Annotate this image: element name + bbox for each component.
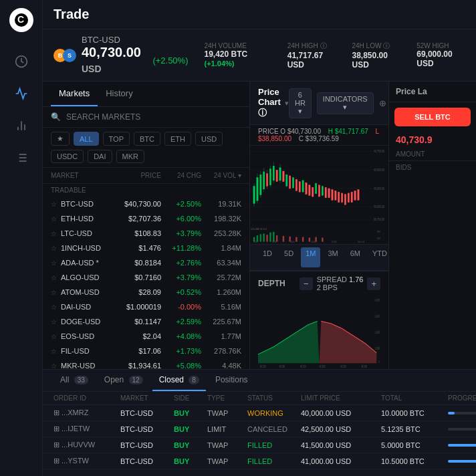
time-5d[interactable]: 5D (279, 247, 298, 267)
market-row[interactable]: ☆ MKR-USD $1,934.61 +5.08% 4.48K (43, 358, 249, 369)
timeframe-btn[interactable]: 6 HR ▾ (289, 88, 312, 118)
sidebar-icon-chart[interactable] (8, 80, 35, 107)
market-row[interactable]: ☆ EOS-USD $2.04 +4.08% 1.77M (43, 329, 249, 344)
filter-top-btn[interactable]: TOP (103, 132, 130, 146)
table-row[interactable]: ⊞ ...HUVVW BTC-USD BUY TWAP FILLED 41,50… (43, 437, 476, 453)
market-row[interactable]: ☆ DOGE-USD $0.1147 +2.59% 225.67M (43, 314, 249, 329)
spread-info: SPREAD 1.762 BPS (317, 275, 364, 291)
ticker-symbol: B S BTC-USD 40,730.00 USD (+2.50%) (53, 35, 189, 76)
depth-plus-btn[interactable]: + (367, 277, 380, 290)
sidebar-icon-list[interactable] (8, 144, 35, 171)
svg-rect-58 (312, 187, 314, 197)
time-ytd[interactable]: YTD (368, 247, 389, 267)
filter-usdc-btn[interactable]: USDC (51, 150, 84, 163)
market-row[interactable]: ☆ BTC-USD $40,730.00 +2.50% 19.31K (43, 197, 249, 211)
svg-text:12:00: 12:00 (332, 241, 337, 244)
svg-rect-28 (260, 174, 261, 195)
time-1m[interactable]: 1M (301, 247, 320, 267)
filter-dai-btn[interactable]: DAI (88, 150, 112, 163)
svg-text:41,000: 41,000 (320, 364, 326, 368)
svg-rect-37 (273, 166, 274, 181)
market-row[interactable]: ☆ LTC-USD $108.83 +3.79% 253.28K (43, 226, 249, 241)
svg-rect-31 (263, 172, 264, 189)
depth-minus-btn[interactable]: − (300, 277, 313, 290)
market-row[interactable]: ☆ ADA-USD * $0.8184 +2.76% 63.34M (43, 255, 249, 270)
bottom-tab-open[interactable]: Open 12 (98, 370, 150, 391)
table-row[interactable]: ⊞ ...IJETW BTC-USD BUY LIMIT CANCELED 42… (43, 421, 476, 437)
svg-text:41,250: 41,250 (340, 364, 346, 368)
filter-usd-btn[interactable]: USD (195, 132, 223, 146)
svg-text:VOLUME 19.31 K: VOLUME 19.31 K (251, 228, 267, 231)
svg-rect-25 (257, 178, 258, 201)
tradable-label: TRADABLE (43, 184, 249, 197)
search-icon: 🔍 (51, 112, 61, 122)
svg-text:Nov 14: Nov 14 (358, 241, 364, 244)
time-3m[interactable]: 3M (323, 247, 342, 267)
svg-text:8:00: 8:00 (291, 241, 295, 244)
bids-label: BIDS (389, 160, 476, 174)
svg-rect-53 (289, 176, 290, 189)
svg-rect-45 (302, 181, 304, 192)
logo: C (9, 8, 33, 32)
time-1d[interactable]: 1D (258, 247, 277, 267)
market-list: ☆ BTC-USD $40,730.00 +2.50% 19.31K ☆ ETH… (43, 197, 249, 369)
bottom-tab-closed[interactable]: Closed 8 (152, 370, 206, 391)
sell-price: 40,730.9 (389, 132, 476, 148)
svg-text:100: 100 (377, 237, 380, 241)
depth-chart-area: 4,000 3,000 2,000 1,000 0 40,250 4 (250, 295, 388, 369)
svg-rect-62 (332, 190, 333, 201)
stat-24h-low: 24H LOW ⓘ 38,850.00 USD (352, 41, 400, 70)
svg-text:2,000: 2,000 (375, 330, 380, 334)
svg-rect-54 (295, 179, 297, 191)
search-bar: 🔍 (43, 107, 249, 128)
ticker-row: B S BTC-USD 40,730.00 USD (+2.50%) 24H V… (43, 29, 476, 82)
filter-eth-btn[interactable]: ETH (164, 132, 191, 146)
markets-tabs: Markets History (43, 82, 249, 107)
tab-markets[interactable]: Markets (51, 82, 98, 106)
filter-mkr-btn[interactable]: MKR (116, 150, 144, 163)
amount-label: AMOUNT (389, 148, 476, 160)
market-row[interactable]: ☆ FIL-USD $17.06 +1.73% 278.76K (43, 344, 249, 358)
market-row[interactable]: ☆ 1INCH-USD $1.476 +11.28% 1.84M (43, 241, 249, 255)
ticker-change: (+2.50%) (152, 55, 188, 66)
svg-rect-51 (276, 170, 277, 181)
svg-rect-22 (253, 187, 255, 204)
svg-text:4,000: 4,000 (375, 298, 380, 302)
market-row[interactable]: ☆ ETH-USD $2,707.36 +6.00% 198.32K (43, 211, 249, 226)
filter-all-btn[interactable]: ALL (74, 132, 99, 146)
svg-rect-67 (348, 193, 349, 203)
price-chart-area[interactable]: 40,750.00 40,500.00 40,250.00 40,000.00 … (250, 146, 388, 244)
bottom-tabs: All 33 Open 12 Closed 8 Positions (43, 370, 476, 392)
price-info-bar: PRICE O $40,730.00 H $41,717.67 L $38,85… (250, 125, 388, 146)
table-row[interactable]: ⊞ ...YSTW BTC-USD BUY TWAP FILLED 41,000… (43, 453, 476, 469)
svg-rect-74 (260, 234, 261, 241)
market-row[interactable]: ☆ ATOM-USD $28.09 +0.52% 1.260M (43, 285, 249, 300)
filter-btc-btn[interactable]: BTC (134, 132, 160, 146)
stat-24h-high: 24H HIGH ⓘ 41,717.67 USD (287, 41, 336, 70)
chart-header: Price Chart ⓘ ▾ 6 HR ▾ INDICATORS ▾ ⊕ 👁 … (250, 82, 388, 125)
compare-icon[interactable]: ⊕ (379, 98, 386, 108)
time-6m[interactable]: 6M (346, 247, 365, 267)
indicators-btn[interactable]: INDICATORS ▾ (317, 92, 374, 114)
price-open: PRICE O $40,730.00 (258, 128, 321, 135)
price-close: C $39,736.59 (299, 135, 339, 142)
svg-rect-46 (315, 183, 316, 194)
sell-btc-button[interactable]: SELL BTC (394, 108, 471, 126)
sidebar-icon-clock[interactable] (8, 48, 35, 75)
chart-title: Price Chart ⓘ (258, 87, 281, 119)
bottom-tab-all[interactable]: All 33 (53, 370, 95, 391)
tab-history[interactable]: History (98, 82, 140, 106)
table-row[interactable]: ⊞ ...XMRZ BTC-USD BUY TWAP WORKING 40,00… (43, 405, 476, 421)
market-table-header: MARKET PRICE 24 CHG 24 VOL ▾ (43, 168, 249, 184)
sidebar: C (0, 0, 43, 476)
market-row[interactable]: ☆ DAI-USD $1.000019 -0.00% 5.16M (43, 300, 249, 314)
filter-star-btn[interactable]: ★ (51, 132, 70, 146)
svg-rect-52 (283, 171, 284, 182)
svg-rect-65 (341, 193, 342, 203)
bottom-tab-positions[interactable]: Positions (209, 370, 255, 391)
svg-rect-83 (302, 237, 304, 242)
search-input[interactable] (66, 112, 241, 122)
market-row[interactable]: ☆ ALGO-USD $0.7160 +3.79% 25.72M (43, 270, 249, 285)
sidebar-icon-bars[interactable] (8, 112, 35, 139)
orders-table: ORDER ID MARKET SIDE TYPE STATUS LIMIT P… (43, 392, 476, 476)
